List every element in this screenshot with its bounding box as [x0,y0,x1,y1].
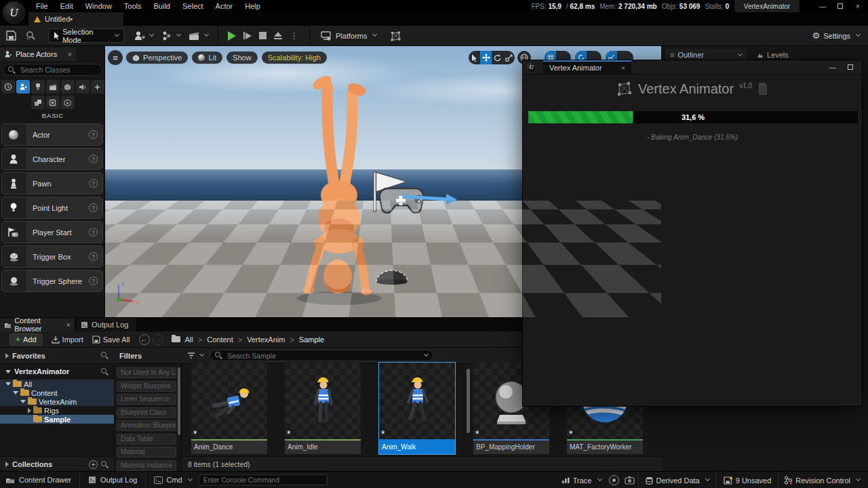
basic-category-icon[interactable] [16,80,30,94]
lights-category-icon[interactable] [31,80,45,94]
close-icon[interactable]: × [621,64,625,72]
maximize-button[interactable] [842,62,859,73]
visual-effects-category-icon[interactable] [91,80,104,94]
recently-placed-icon[interactable] [1,80,15,94]
tree-item-content[interactable]: Content [0,388,114,397]
tree-item-rigs[interactable]: Rigs [0,406,114,415]
class-search-box[interactable] [3,64,102,76]
breadcrumb-content[interactable]: Content [207,336,233,344]
filter-chip[interactable]: Widget Blueprint [117,381,176,392]
menu-file[interactable]: File [30,2,54,10]
stop-button[interactable] [259,32,267,39]
audio-category-icon[interactable] [76,80,90,94]
import-button[interactable]: Import [52,336,83,344]
play-options-ellipsis[interactable]: ⋮ [290,30,298,41]
revision-control-dropdown[interactable]: Revision Control [778,476,865,485]
vertex-window-titlebar[interactable]: U Vertex Animator × — [523,60,862,75]
search-assets-input[interactable] [226,351,418,361]
geometry-category-icon[interactable] [31,96,45,109]
filter-chip[interactable]: Material [117,447,176,458]
tree-item-sample[interactable]: Sample [0,415,114,424]
move-tool-icon[interactable] [480,51,492,64]
sources-header[interactable]: VertexAnimator [0,365,114,378]
place-actor-item-player-start[interactable]: Player Start? [1,221,103,243]
document-icon[interactable] [757,82,768,96]
settings-dropdown[interactable]: ⚙ Settings [812,30,860,41]
add-button[interactable]: + Add [9,333,43,346]
search-icon[interactable] [101,368,108,375]
back-icon[interactable]: ← [139,334,150,345]
filter-chip[interactable]: Data Table [117,434,176,445]
gameplay-category-icon[interactable] [46,96,60,109]
close-icon[interactable]: × [68,50,72,58]
cinematic-category-icon[interactable] [46,80,60,94]
asset-tile-anim-idle[interactable]: * Anim_Idle [285,363,361,454]
filter-chip[interactable]: Level Sequence [117,394,176,405]
filter-chip[interactable]: Not Used In Any Le [117,367,176,378]
breadcrumb-vertexanim[interactable]: VertexAnim [247,336,285,344]
search-classes-input[interactable] [19,65,87,75]
level-tab[interactable]: Untitled• [28,12,123,26]
platforms-dropdown[interactable]: Platforms [321,31,376,41]
minimize-button[interactable]: — [824,62,842,73]
filter-chip[interactable]: Blueprint Class [117,407,176,418]
trace-dropdown[interactable]: Trace [556,476,607,485]
breadcrumb-all[interactable]: All [185,336,193,344]
frame-skip-button[interactable] [243,32,252,39]
output-log-button[interactable]: Output Log [88,476,137,484]
add-actor-button[interactable] [134,30,153,41]
unsaved-assets-button[interactable]: 9 Unsaved [717,476,778,485]
favorites-header[interactable]: Favorites [0,348,114,364]
content-drawer-button[interactable]: Content Drawer [5,476,71,484]
output-log-tab[interactable]: Output Log [77,318,136,331]
lit-dropdown[interactable]: Lit [192,52,222,64]
eject-button[interactable] [274,32,282,39]
close-icon[interactable]: × [66,321,71,329]
cmd-dropdown[interactable]: Cmd [154,476,191,484]
shapes-category-icon[interactable] [61,80,75,94]
viewport-options-menu[interactable]: ≡ [108,50,123,65]
tree-item-all[interactable]: All [0,380,114,388]
menu-build[interactable]: Build [148,2,176,10]
perspective-dropdown[interactable]: Perspective [126,52,188,64]
player-start-gizmo[interactable] [374,172,457,213]
show-dropdown[interactable]: Show [226,52,258,64]
assets-scrollbar[interactable] [467,369,470,433]
save-icon[interactable] [6,30,16,41]
menu-tools[interactable]: Tools [118,2,148,10]
place-actor-item-trigger-sphere[interactable]: Trigger Sphere? [1,270,103,292]
asset-tile-anim-dance[interactable]: * Anim_Dance [191,363,267,454]
content-browser-tab[interactable]: Content Browser × [0,318,75,331]
breadcrumb-sample[interactable]: Sample [299,336,324,344]
tree-item-vertexanim[interactable]: VertexAnim [0,397,114,406]
menu-edit[interactable]: Edit [54,2,79,10]
derived-data-dropdown[interactable]: Derived Data [639,476,716,485]
save-all-button[interactable]: Save All [92,336,130,344]
vertex-window-tab[interactable]: Vertex Animator × [543,60,631,75]
place-actor-item-character[interactable]: Character? [1,148,103,170]
place-actors-tab[interactable]: Place Actors × [0,47,76,61]
minimize-button[interactable]: — [814,1,831,12]
forward-icon[interactable]: → [153,334,163,345]
cinematics-button[interactable] [189,30,208,41]
active-window-title[interactable]: VertexAnimator [734,0,800,12]
search-options-chevron-icon[interactable] [424,352,429,357]
place-actor-item-pawn[interactable]: Pawn? [1,172,103,195]
asset-tile-anim-walk[interactable]: * Anim_Walk [379,363,455,454]
search-icon[interactable] [101,352,108,359]
close-button[interactable]: × [849,1,867,12]
play-button[interactable] [228,31,236,41]
place-actor-item-actor[interactable]: Actor? [1,123,103,146]
place-actor-item-point-light[interactable]: Point Light? [1,197,103,219]
insights-icon[interactable] [609,475,619,485]
menu-help[interactable]: Help [239,2,267,10]
scalability-badge[interactable]: Scalability: High [262,52,327,64]
search-icon[interactable] [101,461,108,468]
menu-select[interactable]: Select [176,2,210,10]
place-actor-item-trigger-box[interactable]: Trigger Box? [1,245,103,268]
menu-window[interactable]: Window [79,2,118,10]
console-command-input[interactable] [199,474,328,485]
blueprints-button[interactable] [161,30,180,41]
select-tool-icon[interactable] [469,51,480,64]
rotate-tool-icon[interactable] [492,51,503,64]
